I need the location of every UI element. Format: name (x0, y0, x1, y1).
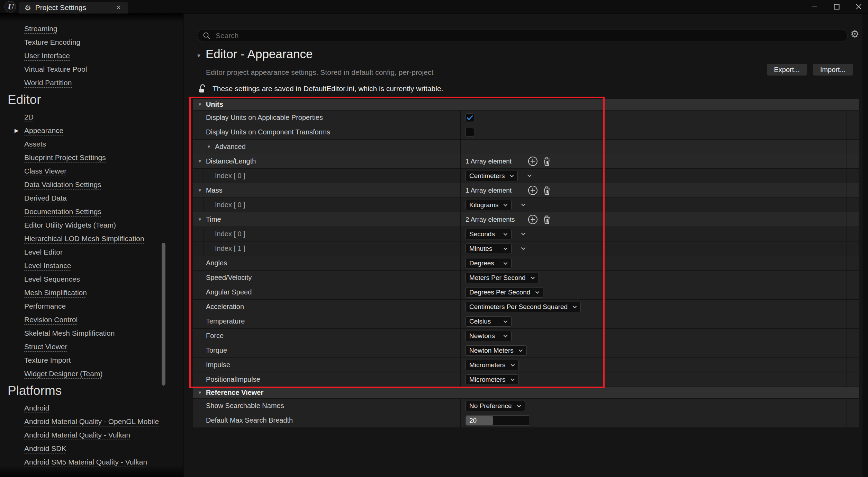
search-input[interactable] (215, 31, 842, 40)
sidebar-item-level-instance[interactable]: Level Instance (0, 259, 183, 272)
unit-dropdown[interactable]: Meters Per Second (465, 273, 539, 283)
unlocked-padlock-icon (198, 84, 207, 94)
sidebar-item-data-validation-settings[interactable]: Data Validation Settings (0, 178, 183, 191)
tab-project-settings[interactable]: ⚙ Project Settings ✕ (19, 2, 128, 14)
unit-dropdown[interactable]: Centimeters (465, 171, 518, 181)
element-options-dropdown-icon[interactable] (521, 247, 526, 250)
numeric-spinbox[interactable]: 20 (465, 415, 530, 426)
subsection-row-advanced[interactable]: ▼ Advanced (193, 140, 859, 154)
unit-dropdown[interactable]: Micrometers (465, 374, 519, 385)
array-count: 1 Array element (465, 158, 528, 165)
array-label: Time (206, 215, 221, 223)
tab-close-icon[interactable]: ✕ (115, 4, 123, 11)
sidebar-item-skeletal-mesh-simplification[interactable]: Skeletal Mesh Simplification (0, 326, 183, 340)
sidebar-item-streaming[interactable]: Streaming (0, 22, 183, 35)
sidebar-item-level-editor[interactable]: Level Editor (0, 245, 183, 259)
unit-dropdown[interactable]: Seconds (465, 229, 512, 239)
element-options-dropdown-icon[interactable] (527, 174, 532, 177)
sidebar-item-derived-data[interactable]: Derived Data (0, 191, 183, 205)
sidebar-item-virtual-texture-pool[interactable]: Virtual Texture Pool (0, 62, 183, 76)
unit-dropdown[interactable]: Degrees (465, 258, 512, 268)
delete-elements-icon[interactable] (543, 157, 551, 166)
checkbox-unchecked[interactable] (465, 128, 474, 136)
maximize-button[interactable] (833, 4, 840, 10)
sidebar-item-editor-utility-widgets[interactable]: Editor Utility Widgets (Team) (0, 218, 183, 232)
array-item-row: Index [ 1 ] Minutes (193, 241, 859, 256)
sidebar-item-class-viewer[interactable]: Class Viewer (0, 164, 183, 178)
sidebar-item-blueprint-project-settings[interactable]: Blueprint Project Settings (0, 151, 183, 164)
sidebar-item-android-material-quality-vulkan[interactable]: Android Material Quality - Vulkan (0, 428, 183, 442)
sidebar-item-performance[interactable]: Performance (0, 299, 183, 313)
page-collapse-caret-icon[interactable]: ▼ (196, 53, 201, 59)
sidebar-item-documentation-settings[interactable]: Documentation Settings (0, 205, 183, 218)
add-element-icon[interactable] (528, 214, 538, 224)
element-options-dropdown-icon[interactable] (521, 203, 526, 206)
minimize-button[interactable] (811, 4, 817, 10)
sidebar-item-assets[interactable]: Assets (0, 137, 183, 151)
project-settings-icon: ⚙ (25, 4, 31, 11)
setting-label: Acceleration (206, 303, 244, 311)
sidebar-item-android-material-quality-opengl[interactable]: Android Material Quality - OpenGL Mobile (0, 415, 183, 428)
collapse-triangle-icon[interactable]: ▼ (198, 390, 202, 395)
collapse-triangle-icon[interactable]: ▼ (198, 217, 202, 222)
search-bar[interactable] (197, 29, 848, 42)
sidebar-item-android-sdk[interactable]: Android SDK (0, 442, 183, 455)
sidebar-item-world-partition[interactable]: World Partition (0, 76, 183, 89)
array-label: Mass (206, 186, 223, 194)
unit-dropdown[interactable]: Newtons (465, 331, 512, 341)
selected-item-arrow-icon: ▶ (15, 127, 19, 134)
unit-dropdown[interactable]: Newton Meters (465, 345, 527, 356)
array-row-mass: ▼ Mass 1 Array element (193, 183, 859, 198)
unit-dropdown[interactable]: Centimeters Per Second Squared (465, 302, 581, 312)
sidebar-item-struct-viewer[interactable]: Struct Viewer (0, 340, 183, 353)
title-bar: U ⚙ Project Settings ✕ (0, 0, 868, 14)
sidebar-item-mesh-simplification[interactable]: Mesh Simplification (0, 286, 183, 299)
sidebar-item-level-sequences[interactable]: Level Sequences (0, 272, 183, 286)
unit-dropdown[interactable]: Celsius (465, 316, 512, 327)
export-button[interactable]: Export... (767, 63, 807, 76)
collapse-triangle-icon[interactable]: ▼ (198, 159, 202, 164)
preference-dropdown[interactable]: No Preference (465, 401, 525, 411)
delete-elements-icon[interactable] (543, 186, 551, 195)
array-item-row: Index [ 0 ] Seconds (193, 227, 859, 241)
chevron-down-icon (517, 405, 521, 407)
sidebar-item-android[interactable]: Android (0, 401, 183, 415)
setting-label: Angles (206, 259, 227, 267)
sidebar-item-widget-designer[interactable]: Widget Designer (Team) (0, 367, 183, 380)
unit-dropdown[interactable]: Minutes (465, 244, 512, 254)
import-button[interactable]: Import... (813, 63, 853, 76)
sidebar-list: Streaming Texture Encoding User Interfac… (0, 14, 183, 469)
checkbox-checked[interactable] (465, 113, 474, 122)
setting-row-default-max-search-breadth: Default Max Search Breadth 20 (193, 413, 859, 428)
section-label: Units (206, 100, 223, 108)
section-row-units[interactable]: ▼ Units (193, 99, 859, 111)
sidebar-item-texture-import[interactable]: Texture Import (0, 353, 183, 367)
sidebar-item-user-interface[interactable]: User Interface (0, 49, 183, 62)
delete-elements-icon[interactable] (543, 215, 551, 224)
add-element-icon[interactable] (528, 156, 538, 166)
collapse-triangle-icon[interactable]: ▼ (198, 102, 202, 107)
checkmark-icon (467, 115, 473, 120)
settings-gear-icon[interactable]: ⚙ (850, 29, 859, 39)
sidebar-scrollbar-thumb[interactable] (162, 243, 165, 386)
sidebar-item-2d[interactable]: 2D (0, 110, 183, 124)
close-button[interactable] (856, 4, 862, 10)
sidebar-item-hierarchical-lod-mesh-simplification[interactable]: Hierarchical LOD Mesh Simplification (0, 232, 183, 245)
add-element-icon[interactable] (528, 185, 538, 195)
unit-dropdown[interactable]: Micrometers (465, 360, 519, 370)
sidebar-item-texture-encoding[interactable]: Texture Encoding (0, 35, 183, 49)
sidebar-item-revision-control[interactable]: Revision Control (0, 313, 183, 326)
unit-dropdown[interactable]: Degrees Per Second (465, 287, 543, 298)
array-count: 2 Array elements (465, 216, 528, 223)
setting-row-force: Force Newtons (193, 329, 859, 343)
setting-row-display-units-applicable: Display Units on Applicable Properties (193, 111, 859, 125)
sidebar-item-appearance[interactable]: ▶ Appearance (0, 124, 183, 137)
setting-row-temperature: Temperature Celsius (193, 314, 859, 329)
unit-dropdown[interactable]: Kilograms (465, 200, 512, 210)
section-row-reference-viewer[interactable]: ▼ Reference Viewer (193, 387, 859, 399)
element-options-dropdown-icon[interactable] (521, 232, 526, 236)
collapse-triangle-icon[interactable]: ▼ (207, 144, 211, 149)
sidebar-item-android-sm5-material-quality-vulkan[interactable]: Android SM5 Material Quality - Vulkan (0, 455, 183, 469)
search-icon (202, 32, 211, 40)
collapse-triangle-icon[interactable]: ▼ (198, 188, 202, 193)
